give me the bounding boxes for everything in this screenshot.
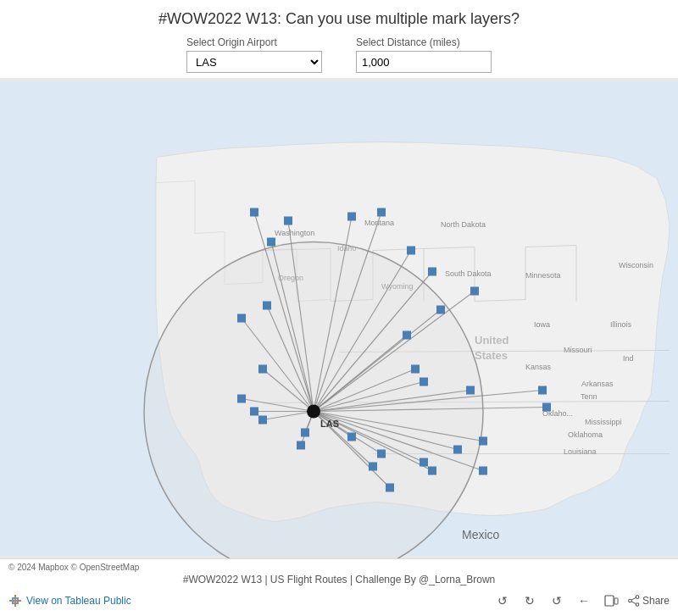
airport-dot-3 xyxy=(347,213,356,221)
state-label-miss: Mississippi xyxy=(585,418,622,426)
airport-dot-16 xyxy=(453,446,462,454)
us-label2: States xyxy=(475,349,508,362)
toolbar: View on Tableau Public ↺ ↻ ↺ ← xyxy=(8,587,670,613)
distance-control: Select Distance (miles) xyxy=(356,36,492,73)
airport-dot-11 xyxy=(420,378,428,386)
airport-dot-2 xyxy=(284,217,292,225)
subtitle-text: #WOW2022 W13 | US Flight Routes | Challe… xyxy=(8,574,670,585)
airport-dot-28 xyxy=(297,441,305,450)
map-svg: Mexico Washington Oregon Idaho Montana N… xyxy=(0,78,678,558)
airport-dot-32 xyxy=(267,238,275,247)
airport-dot-14 xyxy=(542,403,551,412)
airport-dot-17 xyxy=(420,458,428,467)
svg-rect-7 xyxy=(614,598,618,604)
svg-line-12 xyxy=(631,602,636,604)
airport-dot-19 xyxy=(377,450,386,458)
svg-point-8 xyxy=(636,596,639,599)
airport-dot-9 xyxy=(403,331,411,340)
airport-dot-23 xyxy=(347,433,356,441)
origin-label: LAS xyxy=(320,419,339,429)
state-label-kansas: Kansas xyxy=(525,363,552,371)
footer: © 2024 Mapbox © OpenStreetMap #WOW2022 W… xyxy=(0,558,678,616)
state-label-washington: Washington xyxy=(275,229,314,237)
state-label-wisconsin: Wisconsin xyxy=(619,261,653,269)
controls-bar: Select Origin Airport LASJFKLAXORDATLDFW… xyxy=(0,33,678,78)
svg-rect-5 xyxy=(12,602,19,604)
tableau-icon xyxy=(8,594,22,608)
map-container: Mexico Washington Oregon Idaho Montana N… xyxy=(0,78,678,558)
share-label: Share xyxy=(642,595,670,607)
copyright-text: © 2024 Mapbox © OpenStreetMap xyxy=(8,563,670,572)
state-label-louisiana: Louisiana xyxy=(564,447,597,456)
svg-line-11 xyxy=(631,597,636,600)
airport-dot-5 xyxy=(407,247,415,255)
state-label-sd: South Dakota xyxy=(445,269,492,278)
airport-dot-6 xyxy=(428,268,436,276)
us-label: United xyxy=(475,334,509,347)
device-icon xyxy=(603,593,619,608)
origin-label: Select Origin Airport xyxy=(186,36,322,48)
airport-dot-27 xyxy=(258,416,267,425)
svg-point-9 xyxy=(629,599,632,602)
toolbar-right: ↺ ↻ ↺ ← xyxy=(492,591,670,611)
state-label-tenn: Tenn xyxy=(581,392,597,401)
state-label-minnesota: Minnesota xyxy=(525,271,561,280)
state-label-arkansas: Arkansas xyxy=(581,380,614,388)
distance-label: Select Distance (miles) xyxy=(356,36,492,48)
page-title: #WOW2022 W13: Can you use multiple mark … xyxy=(0,10,678,28)
airport-dot-18 xyxy=(428,467,436,475)
airport-dot-20 xyxy=(369,463,377,471)
reset-button[interactable]: ↺ xyxy=(547,591,567,611)
state-label-nd: North Dakota xyxy=(441,220,486,229)
airport-dot-31 xyxy=(263,302,271,310)
state-label-iowa: Iowa xyxy=(534,320,550,329)
svg-rect-6 xyxy=(605,596,614,606)
airport-dot-13 xyxy=(538,386,547,395)
airport-dot-15 xyxy=(479,437,487,446)
device-button[interactable] xyxy=(601,591,621,611)
airport-dot-22 xyxy=(479,467,487,475)
page-header: #WOW2022 W13: Can you use multiple mark … xyxy=(0,0,678,33)
state-label-missouri: Missouri xyxy=(564,346,592,354)
airport-dot-21 xyxy=(386,484,394,492)
state-label-indiana: Ind xyxy=(623,354,634,363)
airport-dot-1 xyxy=(250,208,258,217)
airport-dot-10 xyxy=(411,365,420,374)
airport-dot-12 xyxy=(466,386,475,395)
airport-dot-26 xyxy=(250,408,258,416)
svg-rect-1 xyxy=(9,600,21,602)
state-label-oklahoma: Oklahoma xyxy=(568,430,603,439)
tableau-link-text: View on Tableau Public xyxy=(26,595,131,607)
airport-dot-25 xyxy=(237,395,246,403)
airport-dot-8 xyxy=(436,306,445,314)
redo-button[interactable]: ↻ xyxy=(520,591,540,611)
airport-dot-7 xyxy=(470,287,479,296)
mexico-label: Mexico xyxy=(462,528,500,541)
undo-button[interactable]: ↺ xyxy=(492,591,513,611)
share-button[interactable]: Share xyxy=(628,595,670,607)
back-button[interactable]: ← xyxy=(574,591,594,611)
airport-dot-24 xyxy=(258,365,267,374)
airport-dot-29 xyxy=(301,429,309,437)
airport-dot-4 xyxy=(377,208,386,217)
distance-input[interactable] xyxy=(356,51,492,73)
airport-dot-30 xyxy=(237,314,246,323)
tableau-public-link[interactable]: View on Tableau Public xyxy=(8,594,131,608)
share-icon xyxy=(628,595,640,607)
state-label-illinois: Illinois xyxy=(610,320,632,329)
svg-point-10 xyxy=(636,603,639,607)
origin-control: Select Origin Airport LASJFKLAXORDATLDFW… xyxy=(186,36,322,73)
origin-airport xyxy=(307,405,320,419)
origin-select[interactable]: LASJFKLAXORDATLDFWDENSFOSEAMIA xyxy=(186,51,322,73)
svg-rect-4 xyxy=(12,597,19,599)
